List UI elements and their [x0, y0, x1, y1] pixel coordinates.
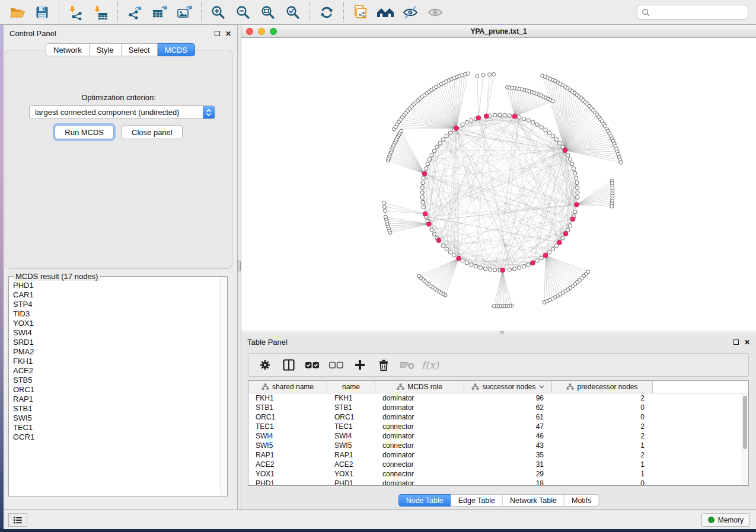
zoom-out-button[interactable]	[231, 2, 256, 23]
network-node[interactable]	[424, 166, 428, 170]
close-panel-icon[interactable]	[744, 336, 750, 347]
network-node[interactable]	[428, 158, 431, 161]
network-node[interactable]	[432, 149, 436, 153]
float-panel-icon[interactable]	[733, 339, 739, 345]
deselect-all-button[interactable]	[326, 355, 347, 374]
network-node[interactable]	[568, 158, 572, 161]
network-node[interactable]	[438, 141, 442, 145]
network-leaf-node[interactable]	[382, 201, 386, 204]
network-leaf-node[interactable]	[466, 72, 470, 75]
column-header-name[interactable]: name	[327, 381, 375, 393]
network-leaf-node[interactable]	[492, 72, 496, 76]
network-node[interactable]	[544, 128, 547, 132]
table-row[interactable]: PHD1PHD1dominator180	[248, 479, 748, 486]
network-node[interactable]	[535, 259, 539, 262]
network-node[interactable]	[465, 120, 468, 124]
network-leaf-node[interactable]	[417, 274, 421, 278]
mcds-result-item[interactable]: SWI5	[13, 414, 219, 423]
network-node[interactable]	[470, 118, 473, 122]
save-session-button[interactable]	[30, 2, 55, 23]
mcds-result-item[interactable]: SWI4	[13, 328, 219, 338]
network-leaf-node[interactable]	[619, 161, 623, 164]
network-node[interactable]	[517, 266, 521, 270]
network-node[interactable]	[422, 176, 425, 180]
mcds-result-item[interactable]: PHD1	[13, 281, 219, 290]
network-node[interactable]	[512, 267, 516, 271]
network-leaf-node[interactable]	[543, 300, 546, 304]
optimization-criterion-dropdown[interactable]: largest connected component (undirected)	[29, 105, 215, 119]
mcds-result-item[interactable]: ORC1	[13, 385, 219, 395]
network-leaf-node[interactable]	[492, 305, 496, 308]
column-header-successor-nodes[interactable]: successor nodes	[464, 381, 552, 393]
export-image-button[interactable]	[172, 2, 197, 23]
tab-network-table[interactable]: Network Table	[503, 494, 564, 507]
mcds-result-scrollbar[interactable]	[220, 277, 227, 495]
network-node[interactable]	[547, 131, 551, 134]
import-network-button[interactable]	[63, 2, 88, 23]
table-row[interactable]: SWI5SWI5connector431	[248, 441, 748, 450]
zoom-in-button[interactable]	[206, 2, 231, 23]
network-node[interactable]	[573, 210, 577, 213]
network-hub-node[interactable]	[557, 240, 562, 245]
network-hub-node[interactable]	[543, 253, 548, 258]
network-node[interactable]	[426, 162, 429, 166]
import-table-button[interactable]	[88, 2, 113, 23]
table-row[interactable]: RAP1RAP1dominator352	[248, 450, 748, 460]
table-row[interactable]: YOX1YOX1connector291	[248, 469, 748, 479]
hide-selected-button[interactable]	[398, 2, 423, 23]
network-node[interactable]	[527, 263, 530, 267]
add-column-button[interactable]	[349, 355, 371, 374]
tab-style[interactable]: Style	[90, 43, 122, 56]
close-panel-icon[interactable]	[225, 28, 231, 39]
network-leaf-node[interactable]	[551, 100, 554, 103]
network-node[interactable]	[420, 186, 424, 190]
network-node[interactable]	[421, 200, 425, 204]
splitter-handle[interactable]	[238, 261, 241, 271]
scrollbar-thumb[interactable]	[743, 396, 747, 449]
network-node[interactable]	[566, 228, 570, 232]
network-hub-node[interactable]	[426, 222, 431, 226]
network-node[interactable]	[448, 131, 452, 134]
network-node[interactable]	[540, 125, 543, 129]
network-leaf-node[interactable]	[383, 205, 387, 209]
network-hub-node[interactable]	[422, 171, 427, 176]
mcds-result-item[interactable]: SRD1	[13, 338, 219, 347]
mcds-result-item[interactable]: STB5	[13, 376, 219, 385]
network-node[interactable]	[483, 267, 487, 271]
network-node[interactable]	[508, 268, 511, 271]
network-hub-node[interactable]	[563, 148, 567, 153]
network-node[interactable]	[572, 166, 575, 170]
table-row[interactable]: FKH1FKH1dominator962	[248, 393, 748, 403]
network-hub-node[interactable]	[476, 116, 481, 120]
network-hub-node[interactable]	[570, 217, 575, 222]
network-node[interactable]	[503, 113, 506, 117]
network-node[interactable]	[430, 228, 433, 232]
network-hub-node[interactable]	[484, 114, 489, 118]
mcds-result-item[interactable]: YOX1	[13, 319, 219, 328]
search-box[interactable]	[637, 5, 748, 20]
refresh-button[interactable]	[314, 2, 339, 23]
network-hub-node[interactable]	[457, 256, 461, 261]
network-node[interactable]	[570, 162, 574, 166]
table-row[interactable]: ORC1ORC1dominator610	[248, 412, 748, 422]
network-node[interactable]	[573, 171, 577, 175]
network-node[interactable]	[551, 134, 555, 137]
column-header-MCDS-role[interactable]: MCDS role	[375, 381, 464, 393]
network-node[interactable]	[441, 244, 445, 248]
mcds-result-item[interactable]: TEC1	[13, 423, 219, 432]
mcds-result-list[interactable]: PHD1CAR1STP4TID3YOX1SWI4SRD1PMA2FKH1ACE2…	[9, 278, 219, 496]
network-hub-node[interactable]	[512, 114, 517, 118]
network-leaf-node[interactable]	[481, 73, 485, 77]
network-node[interactable]	[445, 247, 448, 251]
export-network-button[interactable]	[122, 2, 147, 23]
network-node[interactable]	[430, 153, 433, 157]
mcds-result-item[interactable]: TID3	[13, 309, 219, 319]
delete-column-button[interactable]	[373, 355, 394, 374]
float-panel-icon[interactable]	[215, 31, 220, 36]
network-node[interactable]	[575, 176, 578, 180]
network-node[interactable]	[517, 116, 521, 119]
network-node[interactable]	[561, 236, 564, 240]
network-node[interactable]	[527, 118, 530, 122]
mcds-result-item[interactable]: GCR1	[13, 432, 219, 442]
network-hub-node[interactable]	[574, 203, 579, 207]
